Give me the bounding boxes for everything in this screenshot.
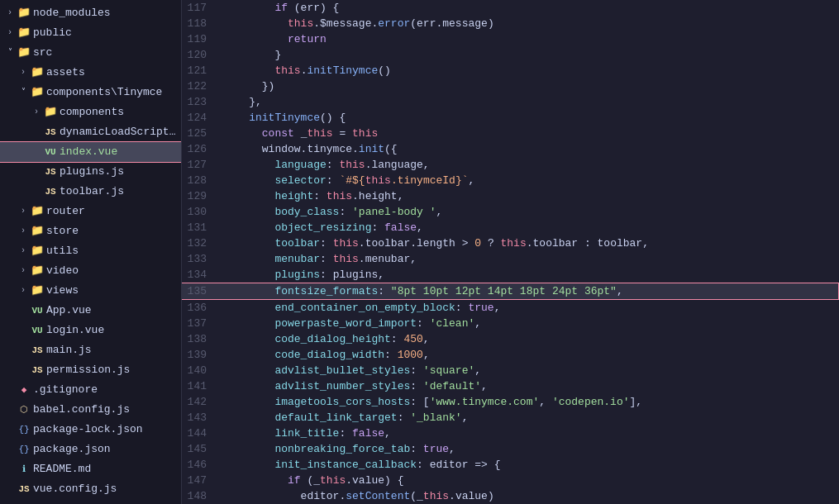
folder-icon: 📁 [30, 243, 45, 259]
js-icon: JS [30, 362, 45, 378]
code-line-124: 124 initTinymce() { [182, 110, 839, 126]
sidebar-item-label: video [46, 263, 79, 279]
code-editor: 117 if (err) { 118 this.$message.error(e… [182, 0, 839, 504]
code-line-135: 135 fontsize_formats: "8pt 10pt 12pt 14p… [182, 283, 839, 300]
folder-icon: 📁 [30, 263, 45, 279]
folder-icon: 📁 [30, 223, 45, 240]
arrow-icon: › [17, 243, 30, 259]
sidebar-item-index-vue[interactable]: VU index.vue [0, 142, 181, 162]
arrow-icon: ˅ [17, 84, 30, 101]
js-icon: JS [43, 183, 58, 200]
sidebar-item-package-json[interactable]: {} package.json [0, 440, 181, 459]
sidebar-item-label: public [33, 25, 72, 41]
sidebar-item-label: babel.config.js [33, 402, 130, 418]
sidebar-item-node-modules[interactable]: › 📁 node_modules [0, 3, 181, 23]
babel-icon: ⬡ [17, 402, 31, 418]
code-line-147: 147 if (_this.value) { [182, 473, 839, 488]
code-line-129: 129 height: this.height, [182, 188, 839, 204]
arrow-icon: › [17, 203, 30, 220]
arrow-icon: › [3, 5, 17, 21]
code-line-144: 144 link_title: false, [182, 426, 839, 441]
sidebar-item-label: node_modules [33, 5, 111, 21]
folder-icon: 📁 [17, 5, 31, 21]
sidebar-item-toolbar[interactable]: JS toolbar.js [0, 182, 181, 202]
sidebar-item-label: toolbar.js [60, 183, 124, 200]
arrow-icon: › [17, 64, 30, 81]
arrow-icon: › [17, 263, 30, 279]
code-line-118: 118 this.$message.error(err.message) [182, 16, 839, 31]
sidebar-item-public[interactable]: › 📁 public [0, 23, 181, 43]
code-line-134: 134 plugins: plugins, [182, 267, 839, 283]
sidebar-item-label: router [46, 203, 85, 220]
code-line-143: 143 default_link_target: '_blank', [182, 410, 839, 426]
folder-icon: 📁 [30, 283, 45, 299]
code-line-123: 123 }, [182, 94, 839, 110]
code-line-146: 146 init_instance_callback: editor => { [182, 457, 839, 473]
sidebar-item-label: permission.js [46, 362, 130, 378]
vue-icon: VU [30, 322, 45, 339]
file-explorer: › 📁 node_modules › 📁 public ˅ 📁 src › 📁 … [0, 0, 182, 504]
sidebar-item-label: README.md [33, 461, 91, 478]
code-line-125: 125 const _this = this [182, 126, 839, 141]
sidebar-item-label: components [60, 104, 124, 121]
sidebar-item-utils[interactable]: › 📁 utils [0, 241, 181, 261]
js-icon: JS [30, 342, 45, 359]
code-line-145: 145 nonbreaking_force_tab: true, [182, 441, 839, 457]
sidebar-item-label: vue.config.js [33, 481, 117, 497]
code-line-132: 132 toolbar: this.toolbar.length > 0 ? t… [182, 235, 839, 251]
sidebar-item-label: login.vue [46, 322, 104, 339]
sidebar-item-assets[interactable]: › 📁 assets [0, 63, 181, 83]
sidebar-item-label: index.vue [60, 144, 117, 160]
arrow-icon: › [17, 223, 30, 240]
sidebar-item-views[interactable]: › 📁 views [0, 281, 181, 301]
js-icon: JS [43, 164, 58, 180]
sidebar-item-components[interactable]: › 📁 components [0, 102, 181, 122]
sidebar-item-router[interactable]: › 📁 router [0, 202, 181, 221]
sidebar-item-label: package.json [33, 441, 111, 458]
code-line-117: 117 if (err) { [182, 0, 839, 16]
code-line-130: 130 body_class: 'panel-body ', [182, 204, 839, 220]
folder-icon: 📁 [30, 64, 45, 81]
sidebar-item-src[interactable]: ˅ 📁 src [0, 43, 181, 63]
vue-icon: VU [43, 144, 58, 160]
sidebar-item-label: components\Tinymce [46, 84, 162, 101]
sidebar-item-label: dynamicLoadScript.js [60, 124, 181, 140]
sidebar-item-main-js[interactable]: JS main.js [0, 340, 181, 360]
folder-icon: 📁 [43, 104, 58, 121]
folder-icon: 📁 [17, 45, 31, 61]
sidebar-item-readme[interactable]: ℹ README.md [0, 459, 181, 479]
js-icon: JS [17, 481, 31, 497]
code-line-120: 120 } [182, 47, 839, 63]
folder-icon: 📁 [17, 25, 31, 41]
sidebar-item-babel-config[interactable]: ⬡ babel.config.js [0, 400, 181, 420]
code-line-127: 127 language: this.language, [182, 157, 839, 173]
code-line-128: 128 selector: `#${this.tinymceId}`, [182, 173, 839, 188]
sidebar-item-login-vue[interactable]: VU login.vue [0, 321, 181, 340]
sidebar-item-label: plugins.js [60, 164, 124, 180]
code-line-142: 142 imagetools_cors_hosts: ['www.tinymce… [182, 394, 839, 410]
sidebar-item-vue-config[interactable]: JS vue.config.js [0, 479, 181, 499]
code-line-126: 126 window.tinymce.init({ [182, 141, 839, 157]
code-line-141: 141 advlist_number_styles: 'default', [182, 378, 839, 394]
sidebar-item-gitignore[interactable]: ◆ .gitignore [0, 380, 181, 400]
sidebar-item-package-lock[interactable]: {} package-lock.json [0, 420, 181, 440]
arrow-icon: › [17, 283, 30, 299]
sidebar-item-dynamicloadscript[interactable]: JS dynamicLoadScript.js [0, 122, 181, 142]
sidebar-item-store[interactable]: › 📁 store [0, 221, 181, 241]
arrow-icon: ˅ [3, 45, 17, 61]
code-line-137: 137 powerpaste_word_import: 'clean', [182, 316, 839, 331]
sidebar-item-plugins[interactable]: JS plugins.js [0, 162, 181, 182]
sidebar-item-app-vue[interactable]: VU App.vue [0, 301, 181, 321]
code-line-138: 138 code_dialog_height: 450, [182, 331, 839, 347]
sidebar-item-video[interactable]: › 📁 video [0, 261, 181, 281]
sidebar-item-label: App.vue [46, 302, 92, 319]
sidebar-item-label: .gitignore [33, 382, 98, 398]
sidebar-item-label: src [33, 45, 52, 61]
sidebar-item-label: main.js [46, 342, 92, 359]
git-icon: ◆ [17, 382, 31, 398]
code-line-140: 140 advlist_bullet_styles: 'square', [182, 363, 839, 378]
sidebar-item-permission-js[interactable]: JS permission.js [0, 360, 181, 380]
json-icon: {} [17, 421, 31, 438]
sidebar-item-components-tinymce[interactable]: ˅ 📁 components\Tinymce [0, 83, 181, 102]
vue-icon: VU [30, 302, 45, 319]
